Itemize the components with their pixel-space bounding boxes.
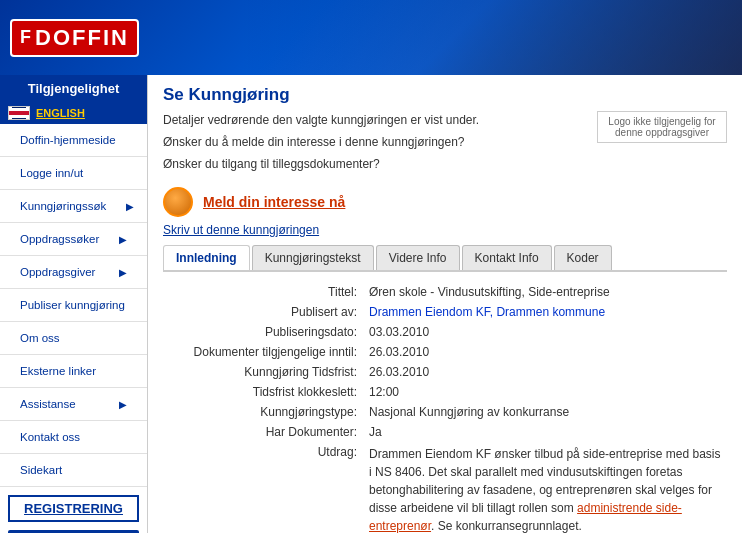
chevron-right-icon: ▶: [109, 229, 137, 250]
sidebar-link-kontakt[interactable]: Kontakt oss: [0, 421, 147, 453]
sidebar-label: Kontakt oss: [10, 426, 90, 448]
intro-line1: Detaljer vedrørende den valgte kunngjøri…: [163, 111, 587, 129]
tab-innledning[interactable]: Innledning: [163, 245, 250, 270]
orange-icon: [163, 187, 193, 217]
sidebar-item-doffin-home[interactable]: Doffin-hjemmeside: [0, 124, 147, 157]
sidebar-item-assistanse[interactable]: Assistanse ▶: [0, 388, 147, 421]
tab-videre-info[interactable]: Videre Info: [376, 245, 460, 270]
sidebar-item-sidekart[interactable]: Sidekart: [0, 454, 147, 487]
field-value: 03.03.2010: [363, 322, 727, 342]
header: F DOFFIN: [0, 0, 742, 75]
interest-row: Meld din interesse nå: [163, 187, 727, 217]
sidebar-label: Doffin-hjemmeside: [10, 129, 126, 151]
table-row: Kunngjøringstype: Nasjonal Kunngjøring a…: [163, 402, 727, 422]
chevron-right-icon: ▶: [116, 196, 144, 217]
field-label: Publisert av:: [163, 302, 363, 322]
logo[interactable]: F DOFFIN: [10, 19, 139, 57]
uk-flag-icon: [8, 106, 30, 120]
field-value: Ja: [363, 422, 727, 442]
registrering-link[interactable]: REGISTRERING: [24, 501, 123, 516]
table-row: Publisert av: Drammen Eiendom KF, Dramme…: [163, 302, 727, 322]
field-label: Publiseringsdato:: [163, 322, 363, 342]
field-label: Har Dokumenter:: [163, 422, 363, 442]
sidebar-label: Sidekart: [10, 459, 72, 481]
sidebar-label: Eksterne linker: [10, 360, 106, 382]
sidebar-link-oppdragsgiver[interactable]: Oppdragsgiver ▶: [0, 256, 147, 288]
sidebar-item-oppdragsgiver[interactable]: Oppdragsgiver ▶: [0, 256, 147, 289]
header-bg: [242, 0, 742, 75]
field-value: Drammen Eiendom KF, Drammen kommune: [363, 302, 727, 322]
excerpt-text: Drammen Eiendom KF ønsker tilbud på side…: [369, 445, 721, 533]
sidebar-label: Logge inn/ut: [10, 162, 93, 184]
logo-placeholder: Logo ikke tilgjengelig for denne oppdrag…: [597, 111, 727, 143]
sidebar-item-kunngjoring-sok[interactable]: Kunngjøringssøk ▶: [0, 190, 147, 223]
field-label: Utdrag:: [163, 442, 363, 533]
english-link[interactable]: ENGLISH: [36, 107, 85, 119]
sidebar-link-logg-inn[interactable]: Logge inn/ut: [0, 157, 147, 189]
chevron-right-icon: ▶: [109, 262, 137, 283]
table-row: Dokumenter tilgjengelige inntil: 26.03.2…: [163, 342, 727, 362]
field-label: Kunngjøring Tidsfrist:: [163, 362, 363, 382]
registrering-box: REGISTRERING: [8, 495, 139, 522]
meld-interest-link[interactable]: Meld din interesse nå: [203, 194, 345, 210]
sidebar-item-externe[interactable]: Eksterne linker: [0, 355, 147, 388]
sidebar-label: Kunngjøringssøk: [10, 195, 116, 217]
tab-koder[interactable]: Koder: [554, 245, 612, 270]
language-bar: ENGLISH: [0, 102, 147, 124]
sidebar-label: Publiser kunngjøring: [10, 294, 135, 316]
table-row: Publiseringsdato: 03.03.2010: [163, 322, 727, 342]
tab-kunngjoringstekst[interactable]: Kunngjøringstekst: [252, 245, 374, 270]
logo-text: DOFFIN: [35, 25, 129, 51]
field-value: Nasjonal Kunngjøring av konkurranse: [363, 402, 727, 422]
table-row: Tidsfrist klokkeslett: 12:00: [163, 382, 727, 402]
sidebar-label: Oppdragsgiver: [10, 261, 105, 283]
field-value: 12:00: [363, 382, 727, 402]
logo-icon: F: [20, 27, 31, 48]
sidebar-nav: Doffin-hjemmeside Logge inn/ut Kunngjøri…: [0, 124, 147, 487]
sidebar-label: Om oss: [10, 327, 70, 349]
sidebar-item-om-oss[interactable]: Om oss: [0, 322, 147, 355]
intro-line3: Ønsker du tilgang til tilleggsdokumenter…: [163, 155, 587, 173]
detail-table: Tittel: Øren skole - Vindusutskifting, S…: [163, 282, 727, 533]
tabs-row: Innledning Kunngjøringstekst Videre Info…: [163, 245, 727, 272]
sidebar-link-doffin-home[interactable]: Doffin-hjemmeside: [0, 124, 147, 156]
table-row: Har Dokumenter: Ja: [163, 422, 727, 442]
main-content: Se Kunngjøring Detaljer vedrørende den v…: [148, 75, 742, 533]
page-title: Se Kunngjøring: [163, 85, 727, 105]
sidebar-header: Tilgjengelighet: [0, 75, 147, 102]
print-link[interactable]: Skriv ut denne kunngjøringen: [163, 223, 727, 237]
sidebar-link-publiser[interactable]: Publiser kunngjøring: [0, 289, 147, 321]
field-value: 26.03.2010: [363, 362, 727, 382]
sidebar-link-om-oss[interactable]: Om oss: [0, 322, 147, 354]
table-row-excerpt: Utdrag: Drammen Eiendom KF ønsker tilbud…: [163, 442, 727, 533]
sidebar-item-oppdragsoker[interactable]: Oppdragssøker ▶: [0, 223, 147, 256]
sidebar-item-logg-inn[interactable]: Logge inn/ut: [0, 157, 147, 190]
field-label: Dokumenter tilgjengelige inntil:: [163, 342, 363, 362]
chevron-right-icon: ▶: [109, 394, 137, 415]
field-value-excerpt: Drammen Eiendom KF ønsker tilbud på side…: [363, 442, 727, 533]
sidebar-link-externe[interactable]: Eksterne linker: [0, 355, 147, 387]
field-value: 26.03.2010: [363, 342, 727, 362]
sidebar-link-sidekart[interactable]: Sidekart: [0, 454, 147, 486]
sidebar: Tilgjengelighet ENGLISH Doffin-hjemmesid…: [0, 75, 148, 533]
sidebar-label: Assistanse: [10, 393, 86, 415]
field-label: Tittel:: [163, 282, 363, 302]
field-label: Tidsfrist klokkeslett:: [163, 382, 363, 402]
sidebar-link-assistanse[interactable]: Assistanse ▶: [0, 388, 147, 420]
layout: Tilgjengelighet ENGLISH Doffin-hjemmesid…: [0, 75, 742, 533]
sidebar-link-oppdragsoker[interactable]: Oppdragssøker ▶: [0, 223, 147, 255]
sidebar-link-kunngjoring-sok[interactable]: Kunngjøringssøk ▶: [0, 190, 147, 222]
field-value: Øren skole - Vindusutskifting, Side-entr…: [363, 282, 727, 302]
sidebar-item-publiser[interactable]: Publiser kunngjøring: [0, 289, 147, 322]
table-row: Kunngjøring Tidsfrist: 26.03.2010: [163, 362, 727, 382]
intro-line2: Ønsker du å melde din interesse i denne …: [163, 133, 587, 151]
table-row: Tittel: Øren skole - Vindusutskifting, S…: [163, 282, 727, 302]
sidebar-item-kontakt[interactable]: Kontakt oss: [0, 421, 147, 454]
sidebar-label: Oppdragssøker: [10, 228, 109, 250]
tab-kontakt-info[interactable]: Kontakt Info: [462, 245, 552, 270]
publisert-av-link[interactable]: Drammen Eiendom KF, Drammen kommune: [369, 305, 605, 319]
excerpt-link[interactable]: administrende side-entreprenør: [369, 501, 682, 533]
field-label: Kunngjøringstype:: [163, 402, 363, 422]
